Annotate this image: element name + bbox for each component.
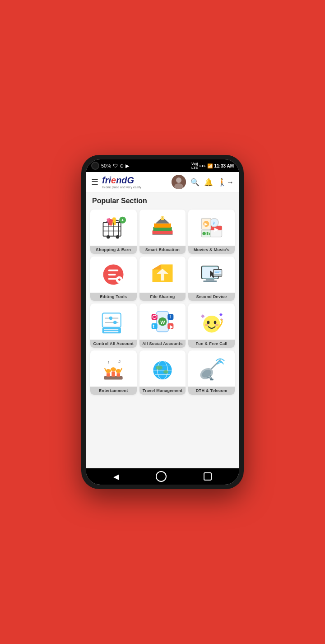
card-label-filesharing: File Sharing	[139, 293, 186, 301]
svg-rect-48	[214, 274, 221, 276]
svg-line-89	[115, 369, 117, 372]
recent-button[interactable]	[204, 472, 212, 481]
card-label-control: Control All Account	[90, 340, 137, 348]
svg-rect-59	[104, 331, 119, 332]
svg-rect-36	[108, 278, 117, 280]
phone-screen: 50% 🛡 ⊙ ▶ Vo))LTE LTE 📶 11:33 AM ☰ frien…	[86, 159, 239, 485]
card-icon-editing	[90, 257, 137, 293]
svg-line-87	[105, 369, 107, 372]
card-label-dth: DTH & Telecom	[188, 387, 235, 395]
card-travel[interactable]: Travel Management	[139, 350, 186, 395]
camera-hole	[91, 162, 99, 170]
svg-rect-58	[104, 329, 119, 330]
svg-text:+: +	[121, 218, 124, 223]
svg-point-1	[176, 177, 181, 183]
home-button[interactable]	[156, 471, 167, 482]
card-entertainment[interactable]: ♪ ♫ Entertainment	[90, 350, 137, 395]
app-header: ☰ friendG In one place and very easily 🔍…	[86, 172, 239, 192]
svg-point-85	[116, 369, 121, 373]
back-button[interactable]: ◀	[113, 472, 119, 481]
avatar[interactable]	[172, 175, 186, 189]
logo-sub: In one place and very easily	[102, 186, 141, 189]
svg-text:♪: ♪	[107, 360, 110, 364]
svg-rect-35	[108, 274, 116, 275]
card-social[interactable]: f t w All Social Accounts	[139, 303, 186, 348]
svg-text:▶: ▶	[204, 222, 208, 226]
card-label-entertainment: Entertainment	[90, 387, 137, 395]
header-right: 🔍 🔔 🚶→	[172, 175, 234, 189]
svg-rect-107	[210, 379, 214, 381]
svg-point-74	[214, 321, 216, 324]
section-title: Popular Section	[90, 197, 235, 205]
card-seconddevice[interactable]: Second Device	[188, 257, 235, 301]
shield-icon: 🛡	[113, 163, 118, 168]
svg-point-54	[109, 317, 113, 320]
header-left: ☰ friendG In one place and very easily	[91, 175, 141, 189]
svg-rect-82	[107, 373, 110, 377]
svg-text:◆: ◆	[200, 313, 204, 318]
time-text: 11:33 AM	[214, 163, 234, 168]
cards-grid: + Shopping & Earn	[90, 210, 235, 395]
main-content: Popular Section	[86, 192, 239, 468]
svg-text:t: t	[153, 324, 154, 329]
youtube-icon: ▶	[125, 163, 129, 169]
battery-text: 50%	[101, 163, 111, 168]
search-icon[interactable]: 🔍	[190, 178, 200, 187]
card-label-seconddevice: Second Device	[188, 293, 235, 301]
svg-point-83	[111, 367, 116, 371]
svg-point-25	[202, 232, 206, 235]
svg-point-76	[215, 324, 218, 326]
svg-line-88	[110, 369, 112, 372]
svg-point-63	[156, 314, 157, 316]
svg-rect-57	[102, 327, 121, 333]
svg-point-56	[113, 321, 117, 324]
menu-icon[interactable]: ☰	[91, 177, 98, 187]
logo: friendG In one place and very easily	[102, 175, 141, 189]
svg-point-75	[205, 324, 209, 326]
svg-text:♪: ♪	[213, 220, 215, 225]
bell-icon[interactable]: 🔔	[204, 178, 213, 187]
svg-rect-84	[112, 372, 116, 377]
card-label-freecall: Fun & Free Call	[188, 340, 235, 348]
status-left: 50% 🛡 ⊙ ▶	[91, 162, 129, 170]
svg-point-73	[207, 321, 209, 324]
svg-point-98	[156, 365, 162, 369]
card-icon-shopping: +	[90, 210, 137, 246]
bottom-nav: ◀	[86, 468, 239, 485]
svg-point-81	[106, 369, 110, 373]
svg-rect-19	[161, 218, 164, 220]
volte-icon: Vo))LTE	[191, 162, 198, 170]
exit-icon[interactable]: 🚶→	[218, 178, 234, 187]
svg-text:♫: ♫	[118, 359, 121, 364]
lte-icon: LTE	[200, 164, 206, 168]
card-label-movies: Movies & Music's	[188, 246, 235, 254]
status-bar: 50% 🛡 ⊙ ▶ Vo))LTE LTE 📶 11:33 AM	[86, 159, 239, 172]
card-dth[interactable]: DTH & Telecom	[188, 350, 235, 395]
card-icon-filesharing	[139, 257, 186, 293]
logo-text: friendG	[102, 175, 134, 185]
card-movies[interactable]: ♪ ▶ Movies & Music's	[188, 210, 235, 254]
svg-rect-44	[203, 280, 217, 282]
svg-rect-26	[206, 232, 208, 235]
card-filesharing[interactable]: File Sharing	[139, 257, 186, 301]
card-icon-movies: ♪ ▶	[188, 210, 235, 246]
svg-text:f: f	[169, 314, 171, 319]
card-icon-social: f t w	[139, 303, 186, 340]
card-label-travel: Travel Management	[139, 387, 186, 395]
signal-icon: 📶	[207, 163, 213, 168]
card-icon-freecall: ◆ ◆ ◆	[188, 303, 235, 340]
svg-rect-86	[117, 373, 121, 377]
svg-rect-80	[104, 376, 123, 380]
card-icon-dth	[188, 350, 235, 387]
svg-rect-5	[112, 218, 116, 225]
card-control[interactable]: Control All Account	[90, 303, 137, 348]
card-editing[interactable]: Editing Tools	[90, 257, 137, 301]
card-shopping[interactable]: + Shopping & Earn	[90, 210, 137, 254]
card-icon-seconddevice	[188, 257, 235, 293]
svg-rect-27	[209, 233, 210, 235]
card-label-editing: Editing Tools	[90, 293, 137, 301]
card-freecall[interactable]: ◆ ◆ ◆ Fun & Free Call	[188, 303, 235, 348]
phone-frame: 50% 🛡 ⊙ ▶ Vo))LTE LTE 📶 11:33 AM ☰ frien…	[81, 155, 244, 489]
svg-point-8	[116, 235, 120, 239]
card-education[interactable]: Smart Education	[139, 210, 186, 254]
